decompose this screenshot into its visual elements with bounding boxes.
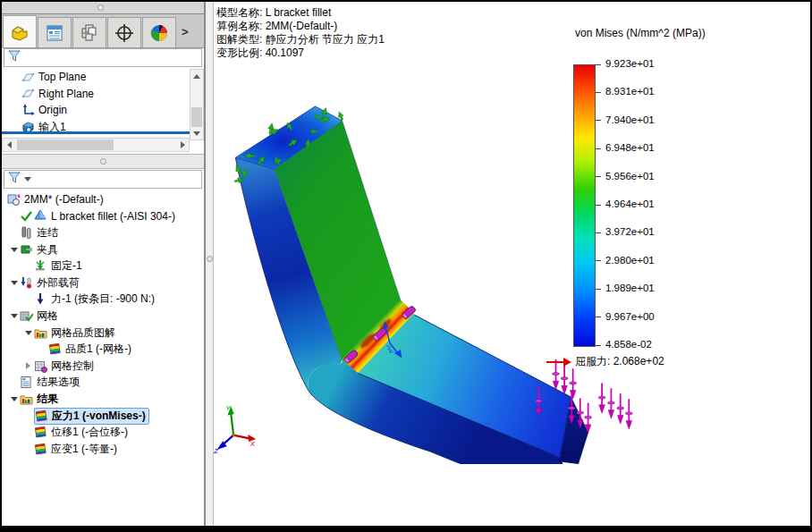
sim-tree-item-stress-1[interactable]: 应力1 (-vonMises-) — [2, 408, 204, 425]
filter-dropdown-caret[interactable] — [24, 177, 31, 182]
yield-strength-label: 屈服力: 2.068e+02 — [575, 354, 664, 369]
sim-tree-item-force-1[interactable]: 力-1 (按条目: -900 N:) — [2, 291, 204, 308]
featuremanager-tab-icon — [9, 21, 30, 43]
rollback-bar[interactable] — [2, 131, 190, 134]
sim-tree-item-results[interactable]: 结果 — [2, 391, 204, 408]
tab-displaymanager[interactable] — [142, 17, 176, 47]
sim-tree-item-fixtures[interactable]: 夹具 — [2, 241, 204, 258]
loads-icon — [20, 276, 33, 290]
sim-tree-item-mesh-quality-plots[interactable]: 网格品质图解 — [2, 325, 204, 342]
manager-tab-bar: > — [2, 14, 204, 48]
scroll-up-button[interactable] — [190, 70, 203, 82]
expander-down-icon[interactable] — [8, 314, 20, 318]
feature-tree-horizontal-scrollbar[interactable] — [2, 138, 190, 152]
fixed-icon — [34, 259, 47, 273]
mesh-icon — [20, 309, 33, 323]
partblue-icon — [34, 209, 47, 223]
plot-info-text: 模型名称: L bracket fillet算例名称: 2MM(-Default… — [216, 6, 385, 60]
legend-tick — [595, 64, 601, 65]
manager-panel: > Top PlaneRight PlaneOrigin输入1 2MM — [2, 14, 204, 526]
legend-tick — [595, 120, 601, 121]
scroll-left-button[interactable] — [3, 139, 15, 151]
legend-value: 9.923e+01 — [605, 58, 677, 69]
propertymanager-tab-icon — [44, 22, 65, 44]
sim-tree-item-external-loads[interactable]: 外部载荷 — [2, 274, 204, 291]
legend-tick — [595, 205, 601, 206]
panel-top-splitter[interactable] — [2, 2, 213, 14]
expander-right-icon[interactable] — [22, 362, 34, 369]
info-line: 模型名称: L bracket fillet — [216, 6, 385, 20]
sim-tree-item-displacement-1[interactable]: 位移1 (-合位移-) — [2, 424, 204, 441]
feature-tree-filter-input[interactable] — [4, 48, 202, 67]
sim-tree-item-strain-1[interactable]: 应变1 (-等量-) — [2, 441, 204, 458]
info-line: 变形比例: 40.1097 — [216, 46, 385, 60]
feature-tree-item-right-plane[interactable]: Right Plane — [2, 86, 188, 103]
connections-icon — [20, 226, 33, 240]
legend-tick — [595, 260, 601, 261]
check-icon — [20, 209, 33, 223]
plane-icon — [21, 71, 35, 84]
tab-dimxpertmanager[interactable] — [107, 17, 141, 47]
yield-arrow-icon — [546, 361, 563, 363]
legend-tick — [595, 92, 601, 93]
tab-overflow-chevron[interactable]: > — [182, 25, 189, 38]
sim-tree-item-mesh-control[interactable]: 网格控制 — [2, 358, 204, 375]
yield-arrow-icon — [563, 358, 571, 367]
expander-down-icon[interactable] — [8, 281, 20, 285]
tab-configurationmanager[interactable] — [72, 17, 106, 47]
sim-tree-item-fixed-1[interactable]: 固定-1 — [2, 258, 204, 274]
sim-tree-item-result-options[interactable]: 结果选项 — [2, 375, 204, 392]
expander-down-icon[interactable] — [8, 397, 20, 401]
graphics-viewport[interactable]: Y X Z 模型名称: L bracket fillet算例名称: 2MM(-D… — [214, 2, 810, 526]
contour-icon — [34, 426, 47, 439]
simulation-tree-filter-input[interactable] — [4, 170, 202, 189]
expander-down-icon[interactable] — [8, 248, 20, 252]
feature-tree: Top PlaneRight PlaneOrigin输入1 — [2, 69, 188, 135]
tab-propertymanager[interactable] — [38, 17, 72, 47]
simulation-study-tree: 2MM* (-Default-)L bracket fillet (-AISI … — [2, 191, 204, 458]
sim-tree-item-quality-1[interactable]: 品质1 (-网格-) — [2, 341, 204, 358]
legend-tick — [595, 232, 601, 233]
legend-value: 9.967e+00 — [605, 311, 677, 322]
fixtures-icon — [20, 243, 33, 257]
model-3d-view[interactable]: Y X Z — [214, 2, 810, 526]
force-icon — [34, 292, 47, 306]
study-icon — [7, 193, 21, 207]
legend-tick — [595, 176, 601, 177]
splitter-grip-dot[interactable] — [207, 256, 213, 262]
panel-viewport-splitter[interactable] — [204, 2, 214, 526]
origin-icon — [21, 104, 35, 117]
configurationmanager-tab-icon — [79, 22, 100, 44]
scroll-right-button[interactable] — [176, 139, 189, 151]
legend-value: 3.972e+01 — [605, 226, 677, 237]
legend-value: 4.858e-02 — [605, 339, 677, 350]
sim-tree-item-connections[interactable]: 连结 — [2, 224, 204, 241]
meshcontrol-icon — [34, 359, 47, 373]
vertical-scroll-thumb[interactable] — [191, 107, 202, 127]
scroll-down-button[interactable] — [190, 127, 203, 139]
splitter-grip-dot[interactable] — [97, 4, 104, 11]
folderchart-icon — [34, 326, 47, 340]
filter-funnel-icon — [7, 171, 21, 188]
legend-tick — [595, 148, 601, 149]
sim-tree-item-study-2mm[interactable]: 2MM* (-Default-) — [2, 191, 204, 208]
info-line: 算例名称: 2MM(-Default-) — [216, 20, 385, 33]
tree-splitter[interactable] — [2, 154, 204, 169]
sim-tree-item-mesh[interactable]: 网格 — [2, 308, 204, 325]
filter-funnel-icon — [7, 49, 21, 66]
feature-tree-item-origin[interactable]: Origin — [2, 102, 188, 119]
sim-tree-item-part-l-bracket[interactable]: L bracket fillet (-AISI 304-) — [2, 208, 204, 225]
dimxpertmanager-tab-icon — [114, 22, 135, 44]
legend-value: 2.980e+01 — [605, 255, 677, 266]
horizontal-scroll-thumb[interactable] — [17, 139, 114, 150]
feature-tree-vertical-scrollbar[interactable] — [190, 69, 204, 140]
splitter-grip-dot[interactable] — [100, 158, 106, 165]
feature-tree-item-top-plane[interactable]: Top Plane — [2, 69, 188, 86]
triad-x-label: X — [250, 440, 256, 448]
yield-strength-marker: 屈服力: 2.068e+02 — [546, 354, 664, 369]
tab-featuremanager[interactable] — [3, 15, 37, 47]
legend-tick — [595, 345, 601, 346]
contour-icon — [48, 342, 62, 356]
expander-down-icon[interactable] — [22, 331, 34, 335]
solidworks-window: > Top PlaneRight PlaneOrigin输入1 2MM — [2, 2, 810, 526]
